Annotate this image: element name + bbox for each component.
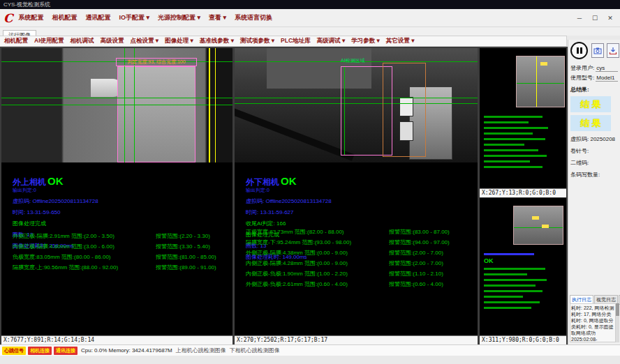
camera-panel-small-top: X:267;Y:13;R:0;G:0;B:0 (480, 48, 566, 197)
camera-panel-small-bottom: OK X:311;Y:980;R:0;G:0;B:0 (480, 198, 566, 344)
ai-region-label: AI检测区域 (341, 57, 365, 64)
measure-text: 正极宽度:83.73mm 范围:(82.00 - 88.00) (246, 228, 344, 236)
baseline-green (1, 105, 232, 105)
window-controls: ─ ☐ ✕ (575, 15, 614, 22)
capture-time: 时间: 13-31-59-627 (246, 208, 332, 216)
save-icon (609, 47, 617, 55)
toolbar-item-4[interactable]: 点检设置 ▾ (131, 37, 159, 45)
menu-item-0[interactable]: 系统配置 (19, 13, 44, 22)
menu-item-3[interactable]: IO手配置 ▾ (119, 13, 150, 22)
mini-log-lines: OK (480, 250, 563, 309)
toolbar-item-7[interactable]: 测试项参数 ▾ (240, 37, 274, 45)
login-user-label: 登录用户: (570, 64, 594, 72)
cable-shadow (235, 107, 354, 160)
model-label: 使用型号: (570, 74, 594, 82)
camera-image-outer-bottom[interactable]: AI检测区域 (235, 48, 478, 162)
write-count-label: 条码写数量: (570, 171, 618, 179)
toolbar-item-2[interactable]: 相机调试 (71, 37, 94, 45)
main-menu: 系统配置相机配置通讯配置IO手配置 ▾光源控制配置 ▾查看 ▾系统语言切换 (19, 13, 575, 22)
ai-tail-judge: 收尾AI判定: 166 (246, 220, 332, 227)
pixel-coords-bar: X:270;Y:2502;R:17;G:17;B:17 (235, 335, 478, 344)
virtual-code: 虚拟码: Offline2025020813134728 (246, 197, 332, 205)
mini-log-lines (480, 112, 563, 168)
alarm-range-text: 报警范围:(94.00 - 97.00) (389, 238, 450, 246)
status-badge-1: 相机连接 (28, 347, 52, 355)
camera-panel-outer-top: 判定宽度:93, 综合宽度:100 外上相机OK 输出判定:0 虚拟码: Off… (1, 48, 232, 344)
baseline-green (517, 83, 564, 84)
pixel-coords-bar: X:267;Y:13;R:0;G:0;B:0 (480, 188, 566, 197)
alarm-range-text: 报警范围:(2.20 - 3.30) (156, 232, 210, 240)
camera-image-small-top[interactable] (516, 56, 565, 107)
mini-result-ok: OK (484, 257, 563, 264)
toolbar-item-5[interactable]: 图像处理 ▾ (165, 37, 193, 45)
right-sidebar: 登录用户: cys 使用型号: Model1 总结果: 结 果 结 果 虚拟码:… (568, 40, 620, 344)
top-camera-heartbeat-link[interactable]: 上相机心跳检测图像 (176, 347, 226, 354)
camera-name: 外下相机 (246, 177, 279, 187)
baseline-green (1, 98, 232, 98)
title-bar: CYS-视觉检测系统 (0, 0, 620, 9)
toolbar: 相机配置AI使用配置相机调试高级设置点检设置 ▾图像处理 ▾基准线参数 ▾测试项… (0, 36, 567, 47)
model-value: Model1 (596, 75, 618, 82)
toolbar-item-0[interactable]: 相机配置 (4, 37, 28, 45)
measure-row-0: 外侧正极-隔膜:2.91mm 范围:(2.00 - 3.50)报警范围:(2.2… (13, 232, 231, 243)
measure-text: 外侧正极-隔膜:4.38mm 范围:(0.00 - 9.00) (246, 249, 348, 257)
measure-text: 隔膜宽度-下:95.24mm 范围:(93.00 - 98.00) (246, 238, 351, 246)
virtual-code-value: 20250208 (590, 136, 615, 142)
app-logo-icon: C (3, 11, 13, 25)
toolbar-item-9[interactable]: 高级调试 ▾ (317, 37, 346, 45)
cpu-memory-status: Cpu: 0.0% Memory: 3424.4179687M (81, 347, 172, 354)
measure-row-5: 外侧正极-负极:2.61mm 范围:(0.60 - 4.00)报警范围:(0.6… (246, 280, 476, 291)
measure-text: 外侧正极-负极:2.61mm 范围:(0.60 - 4.00) (246, 280, 348, 288)
bottom-camera-heartbeat-link[interactable]: 下相机心跳检测图像 (230, 347, 280, 354)
model-field: 使用型号: Model1 (570, 74, 618, 82)
camera-image-outer-top[interactable]: 判定宽度:93, 综合宽度:100 (1, 48, 232, 162)
measure-row-4: 内侧正极-负极:1.90mm 范围:(1.00 - 2.20)报警范围:(1.1… (246, 270, 476, 280)
menu-item-1[interactable]: 相机配置 (52, 13, 78, 22)
maximize-icon[interactable]: ☐ (591, 15, 599, 22)
close-icon[interactable]: ✕ (606, 15, 614, 22)
camera-icon (593, 47, 602, 55)
pause-button[interactable] (570, 42, 588, 59)
highlight-yellow (540, 62, 547, 66)
camera-image-small-bottom[interactable] (513, 206, 563, 245)
menu-item-2[interactable]: 通讯配置 (86, 13, 111, 22)
toolbar-item-6[interactable]: 基准线参数 ▾ (200, 37, 234, 45)
qrcode-label: 二维码: (570, 159, 618, 167)
toolbar-item-3[interactable]: 高级设置 (101, 37, 124, 45)
toolbar-item-11[interactable]: 其它设置 ▾ (386, 37, 415, 45)
capture-time: 时间: 13-31-59-650 (13, 208, 98, 216)
menu-item-6[interactable]: 系统语言切换 (235, 13, 272, 22)
alarm-range-text: 报警范围:(89.00 - 91.00) (156, 264, 216, 271)
login-user-field: 登录用户: cys (570, 64, 618, 72)
sidebar-buttons (568, 40, 620, 62)
edge-line-yellow (209, 48, 210, 162)
measure-text: 隔膜宽度-上:90.56mm 范围:(88.00 - 92.00) (13, 264, 118, 271)
alarm-range-text: 报警范围:(2.00 - 7.00) (389, 249, 443, 257)
window-title: CYS-视觉检测系统 (3, 1, 50, 8)
alarm-range-text: 报警范围:(83.00 - 87.00) (389, 228, 450, 236)
toolbar-item-10[interactable]: 学习参数 ▾ (351, 37, 380, 45)
measure-row-2: 外侧正极-隔膜:4.38mm 范围:(0.00 - 9.00)报警范围:(2.0… (246, 249, 476, 259)
status-badge-2: 通讯连接 (54, 347, 78, 355)
virtual-code-label: 虚拟码: (570, 136, 589, 142)
toolbar-item-8[interactable]: PLC地址库 (281, 37, 311, 45)
menu-item-4[interactable]: 光源控制配置 ▾ (158, 13, 200, 22)
main-area: 判定宽度:93, 综合宽度:100 外上相机OK 输出判定:0 虚拟码: Off… (0, 47, 620, 344)
baseline-green (514, 227, 563, 228)
camera-capture-button[interactable] (591, 43, 604, 58)
toolbar-item-1[interactable]: AI使用配置 (34, 37, 64, 45)
alarm-range-text: 报警范围:(0.60 - 4.00) (389, 280, 443, 288)
pixel-coords-bar: X:311;Y:980;R:0;G:0;B:0 (480, 335, 566, 344)
log-scrollbar[interactable] (616, 303, 619, 342)
measure-text: 负极宽度:83.05mm 范围:(80.00 - 86.00) (13, 253, 111, 261)
status-badges: 心跳信号相机连接通讯连接 (2, 347, 78, 355)
measure-row-2: 负极宽度:83.05mm 范围:(80.00 - 86.00)报警范围:(81.… (13, 253, 231, 264)
edge-line-yellow (536, 56, 537, 107)
alarm-range-text: 报警范围:(81.00 - 85.00) (156, 253, 216, 261)
minimize-icon[interactable]: ─ (575, 15, 584, 22)
result-ok: OK (281, 175, 297, 187)
roi-judge-label: 判定宽度:93, 综合宽度:100 (116, 58, 197, 66)
save-image-button[interactable] (607, 43, 619, 58)
measure-rows-outer-top: 外侧正极-隔膜:2.91mm 范围:(2.00 - 3.50)报警范围:(2.2… (13, 232, 231, 274)
menu-item-5[interactable]: 查看 ▾ (209, 13, 226, 22)
